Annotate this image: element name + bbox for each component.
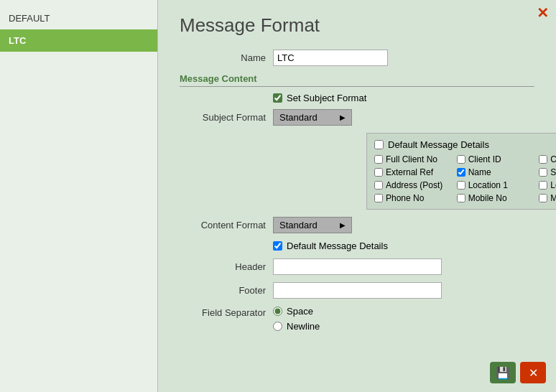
footer-label: Footer <box>180 285 273 296</box>
checkbox-label: Signal Desc <box>550 167 556 177</box>
list-item: Client Area <box>539 154 556 164</box>
message-content-label: Message Content <box>180 73 534 87</box>
list-item: Phone No <box>374 193 453 203</box>
default-details2-checkbox[interactable] <box>273 241 282 251</box>
subject-format-arrow: ▶ <box>340 113 346 121</box>
checkbox-label: External Ref <box>386 167 433 177</box>
cancel-button[interactable]: ✕ <box>520 362 546 383</box>
radio-newline-label: Newline <box>287 321 320 332</box>
checkbox-full-client-no[interactable] <box>374 155 383 164</box>
subject-format-label: Subject Format <box>180 112 273 123</box>
checkbox-label: Location 1 <box>468 180 508 190</box>
name-row: Name <box>180 50 534 66</box>
name-input[interactable] <box>273 50 388 66</box>
details-row: Default Message Details Full Client No C… <box>180 133 534 210</box>
close-icon[interactable]: ✕ <box>537 6 549 20</box>
default-details2-row: Default Message Details <box>180 241 534 251</box>
footer-input[interactable] <box>273 282 442 299</box>
radio-newline[interactable] <box>273 322 282 331</box>
list-item: Location 2 <box>539 180 556 190</box>
list-item: Location 1 <box>457 180 535 190</box>
checkbox-signal-desc[interactable] <box>539 168 547 177</box>
list-item: Name <box>457 167 535 177</box>
sidebar-item-ltc[interactable]: LTC <box>0 29 157 52</box>
checkbox-label: Location 2 <box>550 180 556 190</box>
details-header: Default Message Details <box>374 139 556 150</box>
checkbox-message-id[interactable] <box>539 194 547 202</box>
header-row: Header <box>180 258 534 275</box>
checkbox-location1[interactable] <box>457 181 465 190</box>
checkbox-external-ref[interactable] <box>374 168 383 177</box>
header-label: Header <box>180 261 273 272</box>
radio-newline-item: Newline <box>273 321 320 332</box>
page-title: Message Format <box>180 14 534 37</box>
checkbox-label: Phone No <box>386 193 424 203</box>
field-separator-row: Field Separator Space Newline <box>180 306 534 332</box>
checkbox-label: Full Client No <box>386 154 437 164</box>
list-item: Address (Post) <box>374 180 453 190</box>
checkbox-label: Mobile No <box>468 193 507 203</box>
radio-space[interactable] <box>273 307 282 316</box>
content-format-value: Standard <box>279 220 318 230</box>
content-format-dropdown[interactable]: Standard ▶ <box>273 217 352 233</box>
checkbox-client-id[interactable] <box>457 155 465 164</box>
sidebar-item-default[interactable]: DEFAULT <box>0 7 157 29</box>
default-details2-label: Default Message Details <box>287 241 388 251</box>
subject-format-value: Standard <box>279 112 318 123</box>
list-item: Message ID <box>539 193 556 203</box>
checkbox-phone-no[interactable] <box>374 194 383 202</box>
list-item: Mobile No <box>457 193 535 203</box>
header-input[interactable] <box>273 258 442 275</box>
checkbox-address-post[interactable] <box>374 181 383 190</box>
save-icon: 💾 <box>496 366 510 380</box>
footer-row: Footer <box>180 282 534 299</box>
checkbox-label: Client ID <box>468 154 501 164</box>
content-format-row: Content Format Standard ▶ <box>180 217 534 233</box>
set-subject-row: Set Subject Format <box>273 93 534 103</box>
main-window: ✕ DEFAULT LTC Message Format Name Messag… <box>0 0 556 392</box>
details-box: Default Message Details Full Client No C… <box>366 133 556 210</box>
checkboxes-grid: Full Client No Client ID Client Area <box>374 154 556 203</box>
set-subject-label: Set Subject Format <box>287 93 366 103</box>
checkbox-label: Name <box>468 167 491 177</box>
checkbox-client-area[interactable] <box>539 155 547 164</box>
field-separator-label: Field Separator <box>180 307 273 318</box>
cancel-icon: ✕ <box>529 366 538 380</box>
radio-space-item: Space <box>273 306 320 317</box>
list-item: Full Client No <box>374 154 453 164</box>
checkbox-location2[interactable] <box>539 181 547 190</box>
list-item: Signal Desc <box>539 167 556 177</box>
list-item: Client ID <box>457 154 535 164</box>
set-subject-checkbox[interactable] <box>273 93 282 103</box>
list-item: External Ref <box>374 167 453 177</box>
default-details-checkbox[interactable] <box>374 140 384 149</box>
bottom-buttons: 💾 ✕ <box>490 362 546 383</box>
radio-group: Space Newline <box>273 306 320 332</box>
subject-format-row: Subject Format Standard ▶ <box>180 109 534 126</box>
content-format-arrow: ▶ <box>340 221 346 229</box>
content-format-label: Content Format <box>180 220 273 230</box>
name-label: Name <box>180 52 273 63</box>
checkbox-label: Message ID <box>550 193 556 203</box>
checkbox-label: Client Area <box>550 154 556 164</box>
checkbox-name[interactable] <box>457 168 465 177</box>
default-details-label: Default Message Details <box>388 139 489 150</box>
sidebar: DEFAULT LTC <box>0 0 158 392</box>
radio-space-label: Space <box>287 306 313 317</box>
save-button[interactable]: 💾 <box>490 362 516 383</box>
checkbox-label: Address (Post) <box>386 180 443 190</box>
subject-format-dropdown[interactable]: Standard ▶ <box>273 109 352 126</box>
main-content: Message Format Name Message Content Set … <box>158 0 556 392</box>
checkbox-mobile-no[interactable] <box>457 194 465 202</box>
